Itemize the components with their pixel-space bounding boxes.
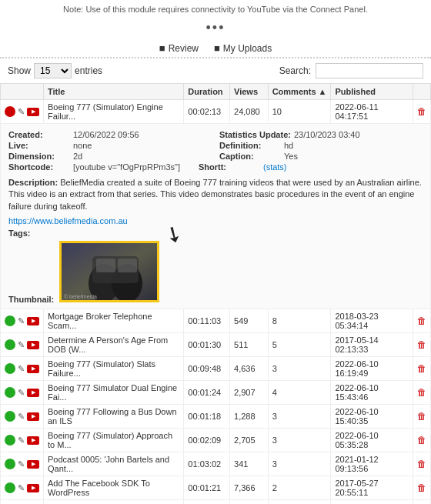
row-views: 2,907	[230, 381, 269, 405]
table-row: ✎ Boeing 777 (Simulator) Engine Failur..…	[1, 100, 431, 124]
row-published: 2017-05-27 20:55:11	[331, 476, 413, 500]
website-url[interactable]: https://www.beliefmedia.com.au	[8, 216, 128, 225]
youtube-icon[interactable]	[27, 341, 39, 349]
edit-icon[interactable]: ✎	[18, 364, 25, 374]
dimension-label: Dimension:	[8, 152, 70, 161]
svg-rect-6	[118, 259, 137, 272]
table-row: ✎ Boeing 777 Simulator Dual Engine Fai..…	[1, 381, 431, 405]
row-comments: 3	[268, 405, 331, 429]
youtube-icon[interactable]	[27, 108, 39, 116]
row-duration: 00:02:09	[184, 429, 230, 452]
definition-value: hd	[284, 141, 293, 150]
youtube-icon[interactable]	[27, 412, 39, 421]
col-duration[interactable]: Duration	[184, 84, 230, 100]
edit-icon[interactable]: ✎	[18, 459, 25, 469]
edit-icon[interactable]: ✎	[18, 388, 25, 398]
delete-icon[interactable]: 🗑	[417, 363, 426, 374]
row-actions: ✎	[1, 100, 44, 124]
youtube-icon[interactable]	[27, 484, 39, 492]
entries-label: entries	[75, 65, 102, 76]
description-label: Description:	[8, 178, 58, 187]
col-title[interactable]: Title	[44, 84, 184, 100]
edit-icon[interactable]: ✎	[18, 483, 25, 493]
row-comments: 3	[268, 452, 331, 476]
row-duration: 00:01:18	[184, 405, 230, 429]
controls-row: Show 15 10 25 50 100 entries Search:	[0, 58, 431, 83]
row-delete[interactable]: 🗑	[413, 100, 430, 124]
table-row: ✎ Boeing 777 (Simulator) Approach to M..…	[1, 429, 431, 452]
row-duration: 00:01:30	[184, 333, 230, 357]
shortcode-value: [youtube v="fOgPrpRPm3s"]	[73, 162, 180, 172]
tab-uploads[interactable]: ■ My Uploads	[214, 42, 272, 54]
tab-review-label: Review	[169, 43, 199, 54]
delete-icon[interactable]: 🗑	[417, 435, 426, 446]
status-circle	[5, 411, 15, 422]
youtube-icon[interactable]	[27, 365, 39, 373]
shortcode-label: Shortcode:	[8, 162, 70, 172]
live-label: Live:	[8, 141, 70, 150]
status-circle	[5, 387, 15, 398]
tab-review[interactable]: ■ Review	[159, 42, 199, 54]
top-note: Note: Use of this module requires connec…	[0, 0, 431, 18]
row-duration: 00:02:13	[184, 100, 230, 124]
delete-icon[interactable]: 🗑	[417, 315, 426, 326]
caption-value: Yes	[284, 152, 298, 161]
delete-icon[interactable]: 🗑	[417, 339, 426, 350]
status-circle	[5, 106, 15, 117]
definition-label: Definition:	[219, 141, 281, 150]
table-row: ✎ Add The Facebook SDK To WordPress 00:0…	[1, 476, 431, 500]
row-duration: 01:03:02	[184, 452, 230, 476]
shortt-value[interactable]: (stats)	[263, 162, 287, 172]
row-comments: 2	[268, 476, 331, 500]
edit-icon[interactable]: ✎	[18, 316, 25, 326]
created-value: 12/06/2022 09:56	[73, 130, 139, 139]
status-circle	[5, 435, 15, 446]
row-views: 7,366	[230, 476, 269, 500]
row-duration: 00:01:21	[184, 476, 230, 500]
status-circle	[5, 315, 15, 326]
delete-icon[interactable]: 🗑	[417, 387, 426, 398]
row-views: 24,080	[230, 100, 269, 124]
row-comments: 3	[268, 357, 331, 381]
row-comments: 10	[268, 100, 331, 124]
review-icon: ■	[159, 42, 165, 54]
row-comments: 4	[268, 381, 331, 405]
edit-icon[interactable]: ✎	[18, 107, 25, 117]
row-title: Boeing 777 (Simulator) Cargo Fire Du...	[44, 500, 184, 504]
row-duration: 00:11:03	[184, 309, 230, 333]
row-published: 2022-06-10 15:43:46	[331, 381, 413, 405]
delete-icon[interactable]: 🗑	[417, 411, 426, 422]
row-published: 2022-06-11 04:17:51	[331, 100, 413, 124]
edit-icon[interactable]: ✎	[18, 412, 25, 422]
delete-icon[interactable]: 🗑	[417, 482, 426, 493]
youtube-icon[interactable]	[27, 317, 39, 325]
youtube-icon[interactable]	[27, 436, 39, 445]
delete-icon[interactable]: 🗑	[417, 459, 426, 469]
search-input[interactable]	[316, 63, 423, 78]
table-row: ✎ Boeing 777 Following a Bus Down an ILS…	[1, 405, 431, 429]
row-views: 549	[230, 309, 269, 333]
row-comments: 2	[268, 500, 331, 504]
row-published: 2022-06-10 05:35:28	[331, 429, 413, 452]
edit-icon[interactable]: ✎	[18, 436, 25, 446]
videos-table: Title Duration Views Comments ▲ Publishe…	[0, 83, 431, 504]
table-row: ✎ Boeing 777 (Simulator) Cargo Fire Du..…	[1, 500, 431, 504]
edit-icon[interactable]: ✎	[18, 340, 25, 350]
row-title: Boeing 777 (Simulator) Slats Failure...	[44, 357, 184, 381]
status-circle	[5, 363, 15, 374]
youtube-icon[interactable]	[27, 389, 39, 397]
tab-row: ■ Review ■ My Uploads	[0, 38, 431, 58]
dots-separator: •••	[0, 18, 431, 38]
row-views: 1,476	[230, 500, 269, 504]
col-published[interactable]: Published	[331, 84, 413, 100]
entries-select[interactable]: 15 10 25 50 100	[34, 63, 72, 78]
status-circle	[5, 482, 15, 493]
uploads-icon: ■	[214, 42, 220, 54]
col-views[interactable]: Views	[230, 84, 269, 100]
row-title: Add The Facebook SDK To WordPress	[44, 476, 184, 500]
row-views: 4,636	[230, 357, 269, 381]
row-duration: 00:03:26	[184, 500, 230, 504]
youtube-icon[interactable]	[27, 460, 39, 469]
col-comments[interactable]: Comments ▲	[268, 84, 331, 100]
thumbnail-box: © beliefmedia	[59, 241, 159, 302]
